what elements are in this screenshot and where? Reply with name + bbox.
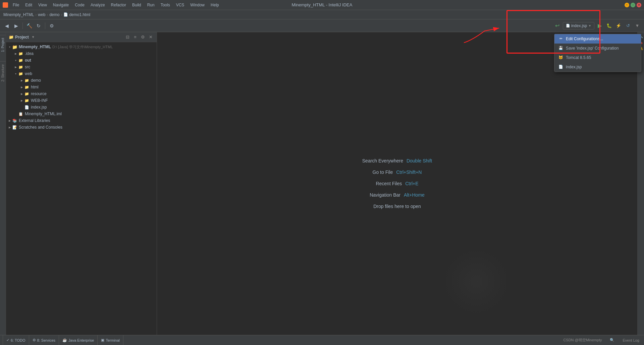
- app-icon: [3, 2, 8, 8]
- breadcrumb-web[interactable]: web: [38, 12, 45, 17]
- expand-all-button[interactable]: ≡: [132, 34, 139, 41]
- status-todo[interactable]: ✓ 6: TODO: [3, 335, 29, 345]
- debug-button[interactable]: 🐛: [605, 22, 613, 30]
- panel-settings-button[interactable]: ⚙: [140, 34, 146, 41]
- navbar-key: Alt+Home: [404, 192, 425, 198]
- toolbar-sep1: [22, 22, 23, 29]
- breadcrumb-project[interactable]: Minempty_HTML: [3, 12, 34, 17]
- resource-label: resource: [31, 91, 47, 96]
- config-dropdown-arrow: ▼: [588, 24, 591, 27]
- shortcut-recent: Recent Files Ctrl+E: [376, 181, 418, 186]
- menu-window[interactable]: Window: [187, 2, 207, 8]
- window-title: Minempty_HTML - IntelliJ IDEA: [292, 2, 353, 7]
- menu-refactor[interactable]: Refactor: [108, 2, 129, 8]
- minimize-button[interactable]: −: [625, 3, 629, 7]
- tree-idea[interactable]: ▶ 📁 .idea: [6, 50, 157, 57]
- tree-demo[interactable]: ▶ 📁 demo: [6, 77, 157, 84]
- config-item-edit[interactable]: ✏ Edit Configurations...: [554, 34, 641, 44]
- extlibs-icon: 📚: [12, 118, 17, 123]
- menu-analyze[interactable]: Analyze: [88, 2, 108, 8]
- project-panel-actions: ⊟ ≡ ⚙ ✕: [124, 34, 154, 41]
- settings-button[interactable]: ⚙: [48, 22, 56, 30]
- run-button[interactable]: ▶: [596, 22, 604, 30]
- navbar-label: Navigation Bar: [370, 192, 400, 198]
- config-item-tomcat[interactable]: 🐱 Tomcat 8.5.65: [554, 53, 641, 62]
- root-icon: 📁: [12, 44, 17, 50]
- menu-vcs[interactable]: VCS: [173, 2, 187, 8]
- forward-button[interactable]: ▶: [12, 22, 20, 30]
- toolbar-sep2: [45, 22, 45, 29]
- project-panel-header: 📁 Project ▼ ⊟ ≡ ⚙ ✕: [6, 32, 157, 42]
- tree-html[interactable]: ▶ 📁 html: [6, 84, 157, 90]
- src-arrow: ▶: [13, 65, 18, 69]
- iml-icon: 📋: [18, 111, 23, 117]
- menu-build[interactable]: Build: [129, 2, 144, 8]
- build-button[interactable]: 🔨: [25, 22, 33, 30]
- bg-decoration: [443, 248, 510, 315]
- status-services[interactable]: ⚙ 8: Services: [29, 335, 59, 345]
- vtab-project[interactable]: 1: Project: [0, 35, 6, 55]
- menu-tools[interactable]: Tools: [158, 2, 173, 8]
- run-config-area: ↩ 📄 index.jsp ▼ ▶ 🐛 ⚡ ↺ ▼ ✏ Edit Configu…: [553, 22, 641, 30]
- collapse-all-button[interactable]: ⊟: [124, 34, 131, 41]
- back-button[interactable]: ◀: [3, 22, 11, 30]
- goto-label: Go to File: [373, 169, 393, 175]
- config-item-indexjsp[interactable]: 📄 index.jsp: [554, 62, 641, 72]
- run-config-selector[interactable]: 📄 index.jsp ▼: [563, 22, 594, 29]
- menu-edit[interactable]: Edit: [22, 2, 35, 8]
- status-java-enterprise[interactable]: ☕ Java Enterprise: [59, 335, 98, 345]
- status-search-icon[interactable]: 🔍: [608, 338, 616, 342]
- src-folder-icon: 📁: [18, 64, 23, 70]
- root-name: Minempty_HTML: [19, 45, 51, 49]
- config-item-save[interactable]: 💾 Save 'index.jsp' Configuration: [554, 44, 641, 53]
- status-csdn[interactable]: CSDN @明空Minempty: [561, 338, 604, 343]
- status-event-log[interactable]: Event Log: [621, 338, 641, 342]
- menu-code[interactable]: Code: [72, 2, 87, 8]
- vtab-structure[interactable]: 2: Structure: [0, 61, 6, 84]
- config-dropdown: ✏ Edit Configurations... 💾 Save 'index.j…: [554, 34, 641, 72]
- webinf-arrow: ▶: [19, 98, 24, 103]
- html-folder-icon: 📁: [24, 84, 30, 90]
- shortcut-navbar: Navigation Bar Alt+Home: [370, 192, 425, 198]
- close-button[interactable]: ✕: [637, 3, 641, 7]
- breadcrumb-bar: Minempty_HTML › web › demo › 📄 demo1.htm…: [0, 10, 644, 19]
- breadcrumb-demo[interactable]: demo: [49, 12, 59, 17]
- panel-title-arrow[interactable]: ▼: [32, 35, 35, 39]
- status-terminal[interactable]: ▣ Terminal: [98, 335, 123, 345]
- tree-webinf[interactable]: ▶ 📁 WEB-INF: [6, 97, 157, 104]
- tree-resource[interactable]: ▶ 📁 resource: [6, 90, 157, 97]
- menu-navigate[interactable]: Navigate: [50, 2, 71, 8]
- tree-extlibs[interactable]: ▶ 📚 External Libraries: [6, 117, 157, 124]
- demo-folder-icon: 📁: [24, 78, 30, 83]
- out-label: out: [25, 58, 31, 63]
- shortcut-search: Search Everywhere Double Shift: [362, 158, 432, 163]
- toolbar: ◀ ▶ 🔨 ↻ ⚙ ↩ 📄 index.jsp ▼ ▶ 🐛 ⚡ ↺ ▼ ✏ Ed…: [0, 19, 644, 32]
- more-run-options[interactable]: ▼: [633, 22, 641, 30]
- todo-icon: ✓: [6, 338, 9, 342]
- tree-root[interactable]: ▾ 📁 Minempty_HTML D:\ [Java] 学习文件\Minemp…: [6, 44, 157, 50]
- src-label: src: [25, 65, 30, 69]
- back-run-icon[interactable]: ↩: [553, 22, 561, 30]
- project-panel-title: 📁 Project ▼: [9, 35, 35, 40]
- build-project-button[interactable]: ⚡: [614, 22, 623, 30]
- tree-iml[interactable]: ▶ 📋 Minempty_HTML.iml: [6, 111, 157, 117]
- menu-view[interactable]: View: [36, 2, 50, 8]
- reload-button[interactable]: ↺: [624, 22, 632, 30]
- close-panel-button[interactable]: ✕: [147, 34, 154, 41]
- edit-config-icon: ✏: [558, 37, 563, 41]
- demo-arrow: ▶: [19, 78, 24, 83]
- breadcrumb-file[interactable]: 📄 demo1.html: [63, 12, 90, 17]
- menu-file[interactable]: File: [10, 2, 22, 8]
- sync-button[interactable]: ↻: [35, 22, 43, 30]
- tree-src[interactable]: ▶ 📁 src: [6, 64, 157, 70]
- iml-label: Minempty_HTML.iml: [25, 112, 62, 116]
- tree-scratches[interactable]: ▶ 📝 Scratches and Consoles: [6, 124, 157, 131]
- services-label: 8: Services: [37, 338, 55, 342]
- html-label: html: [31, 85, 39, 89]
- tree-indexjsp[interactable]: ▶ 📄 index.jsp: [6, 104, 157, 111]
- tree-out[interactable]: ▾ 📁 out: [6, 57, 157, 64]
- menu-run[interactable]: Run: [145, 2, 157, 8]
- menu-help[interactable]: Help: [208, 2, 222, 8]
- maximize-button[interactable]: □: [631, 3, 635, 7]
- tree-web[interactable]: ▾ 📁 web: [6, 70, 157, 77]
